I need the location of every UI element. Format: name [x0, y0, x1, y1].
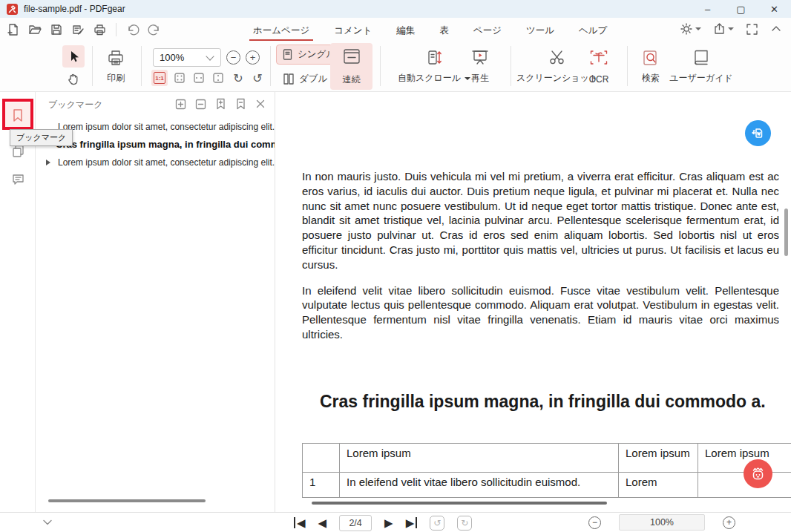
previous-page-button[interactable]: ◀ [318, 517, 327, 528]
print-quick-button[interactable] [92, 22, 107, 37]
fullscreen-button[interactable] [746, 23, 758, 36]
double-page-icon [283, 73, 295, 85]
new-file-button[interactable] [6, 22, 21, 37]
play-presentation-button[interactable]: 再生 [462, 44, 499, 88]
chevron-down-icon [42, 517, 53, 528]
pdf-page-content: In non mauris justo. Duis vehicula mi ve… [302, 169, 779, 498]
theme-button[interactable] [680, 22, 701, 36]
collapse-ribbon-button[interactable] [770, 23, 782, 35]
auto-scroll-icon [424, 48, 444, 68]
document-paragraph: In eleifend velit vitae libero sollicitu… [302, 283, 779, 342]
remove-bookmark-button[interactable] [235, 98, 246, 110]
panel-horizontal-scrollbar[interactable] [48, 499, 206, 502]
document-table: Lorem ipsum Lorem ipsum Lorem ipsum 1 In… [302, 443, 791, 498]
first-page-button[interactable]: ◀ [294, 517, 306, 528]
chevron-down-icon [206, 52, 214, 60]
tab-home[interactable]: ホームページ [251, 22, 312, 42]
divider [270, 46, 271, 86]
tab-edit[interactable]: 編集 [394, 22, 417, 42]
horizontal-scrollbar[interactable] [312, 502, 607, 505]
save-as-button[interactable] [70, 22, 85, 37]
view-history-back-button[interactable]: ↺ [430, 516, 444, 531]
collapse-sidebar-button[interactable] [42, 517, 53, 528]
expander-triangle-icon[interactable] [46, 160, 50, 165]
one-to-one-icon: 1:1 [154, 72, 165, 84]
ocr-button[interactable]: OCR [580, 44, 617, 88]
print-button[interactable]: 印刷 [99, 44, 133, 88]
table-row: 1 In eleifend velit vitae libero sollici… [303, 472, 791, 497]
zoom-level-select[interactable]: 100% [153, 48, 221, 67]
collapse-all-button[interactable] [195, 99, 206, 110]
ai-assistant-button[interactable] [744, 459, 772, 488]
maximize-button[interactable]: ▢ [724, 0, 758, 18]
open-file-button[interactable] [27, 22, 42, 37]
auto-scroll-label: 自動スクロール [398, 72, 461, 85]
vertical-scrollbar[interactable] [784, 208, 788, 256]
rotate-clockwise-button[interactable]: ↻ [230, 69, 246, 87]
book-icon [692, 48, 711, 68]
tab-tools[interactable]: ツール [524, 22, 557, 42]
expand-all-button[interactable] [175, 99, 186, 110]
document-paragraph: In non mauris justo. Duis vehicula mi ve… [302, 169, 779, 272]
fit-height-button[interactable] [210, 70, 226, 86]
caret-down-icon [695, 27, 701, 30]
zoom-in-button[interactable]: + [246, 50, 260, 65]
divider [380, 46, 381, 86]
hand-tool-button[interactable] [64, 70, 83, 89]
pdfgear-logo-icon [7, 4, 18, 15]
bookmarks-panel: ブックマーク Lorem ipsum dolor [36, 92, 275, 512]
last-page-button[interactable]: ▶ [406, 517, 418, 528]
bookmarks-panel-button[interactable] [5, 102, 30, 128]
close-panel-button[interactable] [255, 99, 266, 109]
zoom-out-button[interactable]: − [226, 50, 240, 65]
document-viewport[interactable]: In non mauris justo. Duis vehicula mi ve… [276, 92, 791, 512]
user-guide-button[interactable]: ユーザーガイド [669, 44, 733, 88]
expand-all-icon [175, 99, 186, 110]
convert-to-word-button[interactable] [745, 120, 771, 146]
tab-comment[interactable]: コメント [332, 22, 374, 42]
chevron-up-icon [770, 23, 782, 35]
continuous-scroll-button[interactable]: 連続 [330, 43, 372, 90]
fit-width-button[interactable] [191, 70, 207, 86]
bookmark-tooltip: ブックマーク [10, 129, 73, 146]
share-button[interactable] [713, 22, 734, 36]
add-bookmark-button[interactable] [215, 98, 226, 110]
close-icon [255, 99, 266, 109]
ocr-icon [588, 48, 609, 68]
bookmark-icon [11, 108, 24, 122]
fit-page-button[interactable] [171, 70, 188, 86]
minimize-button[interactable]: – [691, 0, 724, 18]
hand-icon [66, 72, 81, 87]
table-cell: In eleifend velit vitae libero sollicitu… [340, 472, 619, 497]
search-button[interactable]: 検索 [632, 44, 669, 88]
tab-help[interactable]: ヘルプ [577, 22, 609, 42]
tab-page[interactable]: ページ [471, 22, 504, 42]
tab-table[interactable]: 表 [437, 22, 451, 42]
page-indicator-input[interactable]: 2/4 [339, 515, 372, 531]
undo-button[interactable] [125, 22, 140, 37]
comments-panel-button[interactable] [5, 166, 30, 191]
ribbon-tabs: ホームページ コメント 編集 表 ページ ツール ヘルプ [251, 22, 609, 42]
single-page-icon [282, 48, 293, 61]
caret-down-icon [728, 27, 734, 30]
close-button[interactable]: ✕ [758, 0, 791, 18]
double-page-button[interactable]: ダブル [277, 69, 333, 89]
bookmarks-panel-title: ブックマーク [48, 99, 102, 111]
continuous-scroll-icon [341, 47, 363, 67]
zoom-out-button[interactable]: − [588, 516, 601, 529]
sun-icon [680, 22, 693, 36]
zoom-level-display[interactable]: 100% [619, 514, 705, 531]
bookmark-item[interactable]: Lorem ipsum dolor sit amet, consectetur … [36, 157, 275, 170]
title-bar: file-sample.pdf - PDFgear – ▢ ✕ [0, 0, 791, 18]
view-history-forward-button[interactable]: ↻ [457, 516, 472, 531]
next-page-button[interactable]: ▶ [384, 517, 393, 528]
actual-size-button[interactable]: 1:1 [151, 70, 168, 86]
table-cell [303, 443, 340, 472]
select-tool-button[interactable] [62, 45, 85, 68]
pdf-to-word-icon [750, 125, 766, 141]
rotate-counterclockwise-button[interactable]: ↺ [249, 69, 266, 87]
zoom-in-button[interactable]: + [723, 516, 735, 529]
save-button[interactable] [49, 22, 64, 37]
redo-button[interactable] [147, 22, 162, 37]
robot-icon [749, 465, 767, 482]
